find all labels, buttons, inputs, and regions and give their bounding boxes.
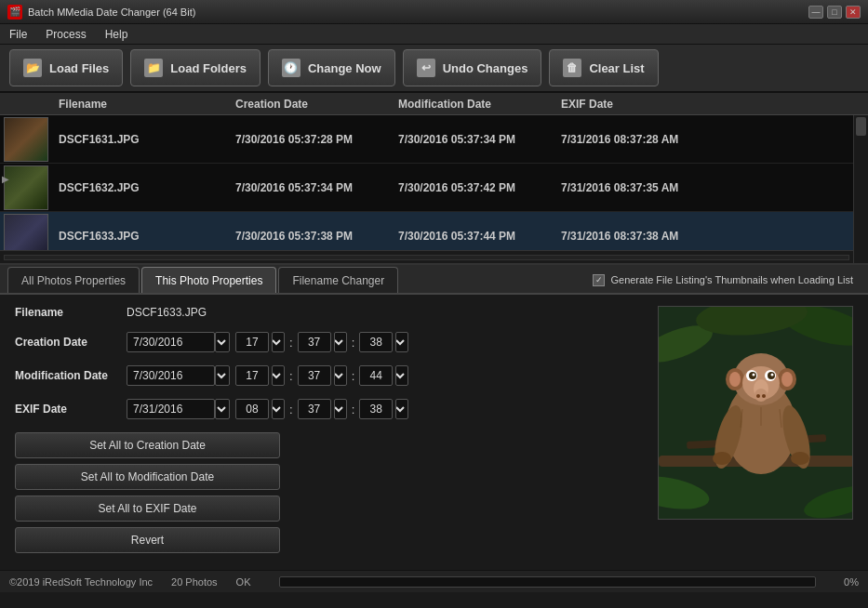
exif-hour-input[interactable]: [235, 399, 269, 419]
creation-hour-dropdown[interactable]: [272, 332, 285, 352]
generate-thumbnails-label: Generate File Listing's Thumbnails when …: [610, 274, 853, 285]
load-folders-icon: 📁: [144, 59, 163, 77]
thumbnail-1: [0, 164, 51, 212]
filename-value: DSCF1633.JPG: [127, 306, 207, 319]
modification-date-dropdown[interactable]: [215, 365, 230, 386]
set-all-modification-button[interactable]: Set All to Modification Date: [15, 464, 280, 490]
svg-point-16: [762, 394, 766, 398]
photo-preview-image: [659, 307, 853, 520]
exif-date-label: EXIF Date: [15, 403, 127, 416]
modification-sec-input[interactable]: [359, 365, 393, 386]
modification-date-label: Modification Date: [15, 369, 127, 382]
progress-pct: 0%: [844, 576, 859, 588]
tab-this-photo[interactable]: This Photo Properties: [141, 267, 276, 293]
change-now-button[interactable]: 🕐 Change Now: [268, 49, 395, 86]
clear-list-button[interactable]: 🗑 Clear List: [549, 49, 658, 86]
exif-date-1: 7/31/2016 08:37:35 AM: [554, 181, 868, 194]
filename-row: Filename DSCF1633.JPG: [15, 306, 630, 319]
change-now-icon: 🕐: [282, 59, 300, 77]
properties-panel: Filename DSCF1633.JPG Creation Date : : …: [0, 295, 868, 570]
menu-help[interactable]: Help: [101, 26, 132, 43]
app-title: Batch MMedia Date Changer (64 Bit): [28, 7, 808, 18]
generate-thumbnails-option: ✓ Generate File Listing's Thumbnails whe…: [585, 267, 861, 293]
col-filename-header: Filename: [51, 98, 228, 111]
revert-button[interactable]: Revert: [15, 527, 280, 553]
filename-label: Filename: [15, 306, 127, 319]
tab-all-photos[interactable]: All Photos Properties: [7, 267, 140, 293]
set-all-creation-button[interactable]: Set All to Creation Date: [15, 432, 280, 458]
load-folders-button[interactable]: 📁 Load Folders: [130, 49, 260, 86]
exif-date-0: 7/31/2016 08:37:28 AM: [554, 133, 868, 146]
close-button[interactable]: ✕: [846, 6, 861, 19]
table-row[interactable]: DSCF1631.JPG 7/30/2016 05:37:28 PM 7/30/…: [0, 115, 868, 164]
maximize-button[interactable]: □: [827, 6, 842, 19]
load-files-icon: 📂: [23, 59, 42, 77]
set-all-exif-button[interactable]: Set All to EXIF Date: [15, 496, 280, 522]
modification-date-input[interactable]: [127, 365, 215, 386]
exif-min-dropdown[interactable]: [334, 399, 347, 419]
photo-preview: [658, 306, 853, 520]
filename-0: DSCF1631.JPG: [51, 133, 228, 146]
modification-sec-dropdown[interactable]: [395, 365, 408, 386]
creation-date-1: 7/30/2016 05:37:34 PM: [228, 181, 391, 194]
photos-count: 20 Photos: [171, 576, 218, 588]
exif-date-dropdown[interactable]: [215, 399, 230, 419]
modification-time-selects: : :: [235, 365, 408, 386]
creation-sec-input[interactable]: [359, 332, 393, 352]
modification-hour-dropdown[interactable]: [272, 365, 285, 386]
title-bar: 🎬 Batch MMedia Date Changer (64 Bit) — □…: [0, 0, 868, 24]
creation-hour-input[interactable]: [235, 332, 269, 352]
menu-bar: File Process Help: [0, 24, 868, 45]
file-list-header: Filename Creation Date Modification Date…: [0, 93, 868, 115]
menu-process[interactable]: Process: [42, 26, 89, 43]
creation-time-selects: : :: [235, 332, 408, 352]
col-creation-header: Creation Date: [228, 98, 391, 111]
load-files-button[interactable]: 📂 Load Files: [9, 49, 123, 86]
undo-icon: ↩: [417, 59, 435, 77]
status-ok: OK: [236, 576, 251, 588]
expand-left-arrow[interactable]: ▶: [2, 173, 9, 183]
modification-date-2: 7/30/2016 05:37:44 PM: [391, 230, 554, 243]
svg-point-10: [729, 372, 741, 387]
creation-date-label: Creation Date: [15, 336, 127, 349]
creation-sec-dropdown[interactable]: [395, 332, 408, 352]
minimize-button[interactable]: —: [808, 6, 823, 19]
props-left: Filename DSCF1633.JPG Creation Date : : …: [15, 306, 630, 559]
creation-min-dropdown[interactable]: [334, 332, 347, 352]
creation-min-input[interactable]: [298, 332, 331, 352]
exif-date-2: 7/31/2016 08:37:38 AM: [554, 230, 868, 243]
tabs-bar: All Photos Properties This Photo Propert…: [0, 265, 868, 295]
creation-date-input[interactable]: [127, 332, 215, 352]
svg-point-22: [771, 374, 774, 377]
table-row[interactable]: DSCF1632.JPG 7/30/2016 05:37:34 PM 7/30/…: [0, 164, 868, 212]
creation-date-2: 7/30/2016 05:37:38 PM: [228, 230, 391, 243]
creation-date-dropdown[interactable]: [215, 332, 230, 352]
generate-thumbnails-checkbox[interactable]: ✓: [593, 274, 605, 286]
modification-hour-input[interactable]: [235, 365, 269, 386]
exif-sec-dropdown[interactable]: [395, 399, 408, 419]
thumbnail-0: [0, 115, 51, 164]
svg-point-21: [753, 374, 755, 377]
exif-date-row: EXIF Date : :: [15, 399, 630, 419]
file-list-scrollbar[interactable]: [853, 115, 868, 263]
filename-2: DSCF1633.JPG: [51, 230, 228, 243]
progress-bar-container: [279, 576, 817, 588]
filename-1: DSCF1632.JPG: [51, 181, 228, 194]
col-exif-header: EXIF Date: [554, 98, 853, 111]
clear-list-icon: 🗑: [563, 59, 581, 77]
creation-date-row: Creation Date : :: [15, 332, 630, 352]
creation-date-0: 7/30/2016 05:37:28 PM: [228, 133, 391, 146]
exif-sec-input[interactable]: [359, 399, 393, 419]
svg-point-25: [713, 452, 731, 465]
exif-min-input[interactable]: [298, 399, 331, 419]
svg-point-26: [791, 452, 809, 465]
exif-hour-dropdown[interactable]: [272, 399, 285, 419]
menu-file[interactable]: File: [6, 26, 31, 43]
exif-date-input[interactable]: [127, 399, 215, 419]
tab-filename-changer[interactable]: Filename Changer: [278, 267, 398, 293]
modification-date-0: 7/30/2016 05:37:34 PM: [391, 133, 554, 146]
modification-date-1: 7/30/2016 05:37:42 PM: [391, 181, 554, 194]
undo-changes-button[interactable]: ↩ Undo Changes: [403, 49, 542, 86]
modification-min-dropdown[interactable]: [334, 365, 347, 386]
modification-min-input[interactable]: [298, 365, 331, 386]
